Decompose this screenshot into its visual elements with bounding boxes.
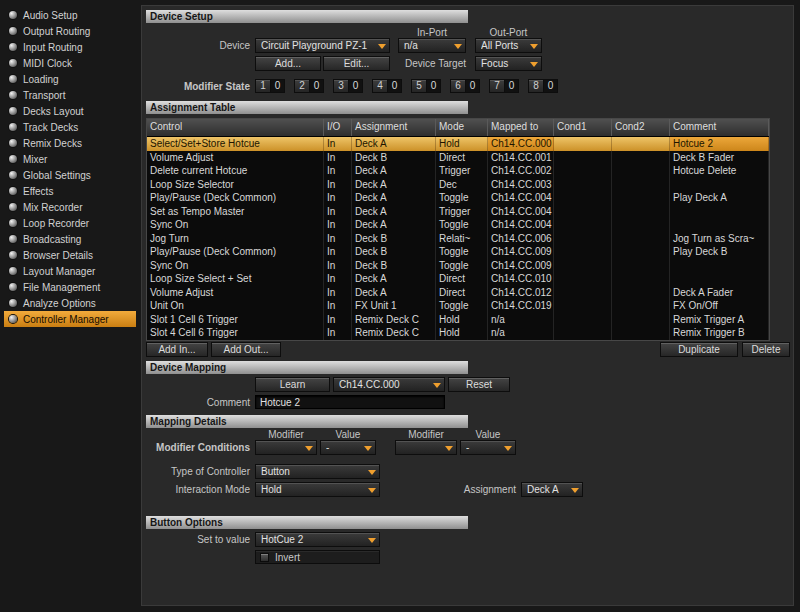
table-row[interactable]: Set as Tempo MasterInDeck ATriggerCh14.C…	[147, 205, 769, 219]
sidebar-item-controller-manager[interactable]: Controller Manager	[4, 311, 136, 327]
sidebar-item-output-routing[interactable]: Output Routing	[4, 23, 136, 39]
chevron-down-icon	[504, 446, 512, 451]
table-row[interactable]: Volume AdjustInDeck BDirectCh14.CC.001De…	[147, 151, 769, 165]
sidebar-item-layout-manager[interactable]: Layout Manager	[4, 263, 136, 279]
add-device-button[interactable]: Add...	[255, 56, 321, 71]
sidebar-item-decks-layout[interactable]: Decks Layout	[4, 103, 136, 119]
table-row[interactable]: Sync OnInDeck AToggleCh14.CC.004	[147, 218, 769, 232]
modifier-number: 2	[294, 79, 309, 93]
sidebar-item-input-routing[interactable]: Input Routing	[4, 39, 136, 55]
condition1-value-dropdown[interactable]: -	[320, 440, 376, 455]
sidebar-item-mix-recorder[interactable]: Mix Recorder	[4, 199, 136, 215]
cell-comment: Hotcue 2	[670, 137, 769, 151]
modifier-number: 8	[528, 79, 543, 93]
cell-mapped-to: Ch14.CC.001	[488, 151, 554, 165]
radio-icon	[9, 123, 17, 131]
cell-cond1	[554, 205, 612, 219]
comment-input[interactable]	[255, 395, 445, 409]
modifier-conditions-label: Modifier Conditions	[142, 440, 250, 455]
radio-icon	[9, 91, 17, 99]
column-header-assignment: Assignment	[352, 119, 436, 136]
sidebar-item-broadcasting[interactable]: Broadcasting	[4, 231, 136, 247]
radio-icon	[9, 267, 17, 275]
sidebar-item-loading[interactable]: Loading	[4, 71, 136, 87]
device-dropdown[interactable]: Circuit Playground PZ-1	[255, 38, 390, 53]
table-row[interactable]: Slot 1 Cell 6 TriggerInRemix Deck CHoldn…	[147, 313, 769, 327]
condition2-modifier-dropdown[interactable]	[395, 440, 457, 455]
condition1-modifier-dropdown[interactable]	[255, 440, 317, 455]
add-in-button[interactable]: Add In...	[146, 342, 208, 357]
assignment-dropdown-value: Deck A	[527, 483, 569, 496]
duplicate-button[interactable]: Duplicate	[660, 342, 738, 357]
sidebar-item-remix-decks[interactable]: Remix Decks	[4, 135, 136, 151]
sidebar-item-label: Analyze Options	[23, 298, 96, 309]
edit-device-button[interactable]: Edit...	[323, 56, 390, 71]
cell-cond2	[612, 299, 670, 313]
column-header-mode: Mode	[436, 119, 488, 136]
type-of-controller-dropdown[interactable]: Button	[255, 464, 380, 479]
table-row[interactable]: Sync OnInDeck BToggleCh14.CC.009	[147, 259, 769, 273]
sidebar-item-browser-details[interactable]: Browser Details	[4, 247, 136, 263]
sidebar-item-midi-clock[interactable]: MIDI Clock	[4, 55, 136, 71]
column-header-cond2: Cond2	[612, 119, 670, 136]
cell-i-o: In	[324, 205, 352, 219]
condition2-value-dropdown[interactable]: -	[460, 440, 516, 455]
device-target-dropdown[interactable]: Focus	[475, 56, 542, 71]
modifier-value: 0	[348, 79, 363, 93]
table-row[interactable]: Slot 4 Cell 6 TriggerInRemix Deck CHoldn…	[147, 326, 769, 340]
set-to-value-dropdown[interactable]: HotCue 2	[255, 532, 380, 547]
set-to-value-value: HotCue 2	[261, 533, 366, 546]
sidebar-item-mixer[interactable]: Mixer	[4, 151, 136, 167]
midi-assignment-dropdown[interactable]: Ch14.CC.000	[333, 377, 445, 392]
table-row[interactable]: Loop Size Select + SetInDeck ADirectCh14…	[147, 272, 769, 286]
cell-i-o: In	[324, 299, 352, 313]
invert-label: Invert	[275, 552, 300, 563]
reset-button[interactable]: Reset	[448, 377, 510, 392]
table-row[interactable]: Play/Pause (Deck Common)InDeck AToggleCh…	[147, 191, 769, 205]
sidebar-item-analyze-options[interactable]: Analyze Options	[4, 295, 136, 311]
sidebar-item-track-decks[interactable]: Track Decks	[4, 119, 136, 135]
radio-icon	[9, 283, 17, 291]
cell-i-o: In	[324, 272, 352, 286]
sidebar-item-label: Mix Recorder	[23, 202, 82, 213]
interaction-mode-dropdown[interactable]: Hold	[255, 482, 380, 497]
delete-button[interactable]: Delete	[742, 342, 790, 357]
sidebar-item-transport[interactable]: Transport	[4, 87, 136, 103]
table-row[interactable]: Play/Pause (Deck Common)InDeck BToggleCh…	[147, 245, 769, 259]
cell-i-o: In	[324, 191, 352, 205]
column-header-i-o: I/O	[324, 119, 352, 136]
device-dropdown-value: Circuit Playground PZ-1	[261, 39, 376, 52]
modifier-state-2: 20	[294, 79, 324, 93]
sidebar-item-label: Output Routing	[23, 26, 90, 37]
sidebar-item-file-management[interactable]: File Management	[4, 279, 136, 295]
cell-control: Play/Pause (Deck Common)	[147, 245, 324, 259]
column-header-comment: Comment	[670, 119, 769, 136]
cell-control: Slot 4 Cell 6 Trigger	[147, 326, 324, 340]
sidebar-item-effects[interactable]: Effects	[4, 183, 136, 199]
assignment-dropdown[interactable]: Deck A	[521, 482, 583, 497]
table-row[interactable]: Loop Size SelectorInDeck ADecCh14.CC.003	[147, 178, 769, 192]
radio-icon	[9, 171, 17, 179]
sidebar-item-audio-setup[interactable]: Audio Setup	[4, 7, 136, 23]
radio-icon	[9, 11, 17, 19]
cell-cond1	[554, 245, 612, 259]
cell-control: Loop Size Selector	[147, 178, 324, 192]
in-port-dropdown-value: n/a	[404, 39, 452, 52]
sidebar-item-global-settings[interactable]: Global Settings	[4, 167, 136, 183]
add-out-button[interactable]: Add Out...	[211, 342, 281, 357]
cell-assignment: Deck A	[352, 272, 436, 286]
table-row[interactable]: Unit OnInFX Unit 1ToggleCh14.CC.019FX On…	[147, 299, 769, 313]
table-row[interactable]: Jog TurnInDeck BRelati~Ch14.CC.006Jog Tu…	[147, 232, 769, 246]
modifier-state-1: 10	[255, 79, 285, 93]
table-row[interactable]: Select/Set+Store HotcueInDeck AHoldCh14.…	[147, 137, 769, 151]
table-row[interactable]: Delete current HotcueInDeck ATriggerCh14…	[147, 164, 769, 178]
cell-comment: Remix Trigger A	[670, 313, 769, 327]
in-port-dropdown[interactable]: n/a	[398, 38, 466, 53]
out-port-dropdown[interactable]: All Ports	[475, 38, 542, 53]
sidebar-item-loop-recorder[interactable]: Loop Recorder	[4, 215, 136, 231]
learn-button[interactable]: Learn	[255, 377, 330, 392]
device-target-dropdown-value: Focus	[481, 57, 528, 70]
invert-checkbox[interactable]	[260, 553, 269, 562]
cell-assignment: Deck A	[352, 218, 436, 232]
table-row[interactable]: Volume AdjustInDeck ADirectCh14.CC.012De…	[147, 286, 769, 300]
